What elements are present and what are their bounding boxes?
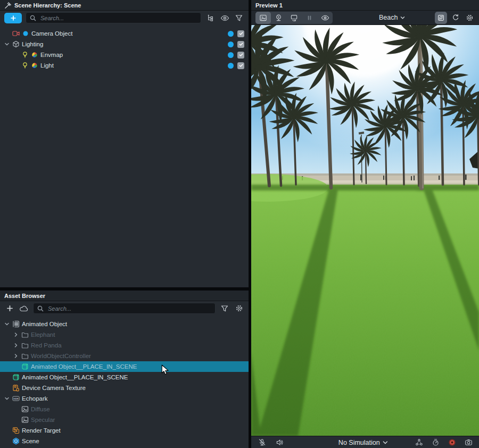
indent-spacer xyxy=(12,52,19,59)
visibility-checkbox[interactable] xyxy=(237,30,244,37)
indent-spacer xyxy=(12,417,19,424)
asset-browser-tree: Animated ObjectElephantRed PandaWorldObj… xyxy=(0,316,249,448)
chevron-down-icon[interactable] xyxy=(3,41,10,48)
chevron-right-icon[interactable] xyxy=(12,331,19,338)
asset-browser-toolbar xyxy=(0,301,249,316)
asset-item-specular[interactable]: Specular xyxy=(0,414,249,425)
row-controls xyxy=(228,41,244,48)
add-asset-button[interactable] xyxy=(4,303,15,314)
reset-preview-button[interactable] xyxy=(450,12,461,23)
asset-item-animated-object-place-in-scene[interactable]: Animated Object__PLACE_IN_SCENE xyxy=(0,372,249,383)
show-overlays-eye-button[interactable] xyxy=(317,12,333,24)
asset-item-diffuse[interactable]: Diffuse xyxy=(0,404,249,414)
simulation-dropdown[interactable]: No Simulation xyxy=(338,436,388,448)
render-target-icon xyxy=(12,427,20,434)
chevron-right-icon[interactable] xyxy=(12,342,19,349)
scene-item-envmap[interactable]: Envmap xyxy=(0,49,249,60)
preview-panel: Preview 1 Beach xyxy=(251,0,479,448)
filter-icon[interactable] xyxy=(234,13,244,23)
enabled-dot-toggle[interactable] xyxy=(228,63,234,69)
preview-viewport[interactable] xyxy=(251,25,479,436)
chevron-down-icon[interactable] xyxy=(3,395,10,402)
lens-studio-window: Scene Hierarchy: Scene Camera ObjectLigh… xyxy=(0,0,479,448)
asset-item-echopark[interactable]: HDREchopark xyxy=(0,393,249,404)
performance-timer-icon[interactable] xyxy=(430,437,441,448)
asset-item-label: Specular xyxy=(31,417,55,423)
visibility-checkbox[interactable] xyxy=(237,52,244,59)
microphone-muted-icon[interactable] xyxy=(257,437,267,448)
scene-search-box[interactable] xyxy=(26,12,201,23)
camera-icon xyxy=(12,30,20,37)
hierarchy-view-icon[interactable] xyxy=(205,13,216,23)
colorsphere-icon xyxy=(31,51,38,59)
left-column: Scene Hierarchy: Scene Camera ObjectLigh… xyxy=(0,0,249,448)
webcam-preview-mode-button[interactable] xyxy=(271,12,286,24)
chevron-down-icon xyxy=(383,439,388,446)
preview-toolbar: Beach xyxy=(251,11,479,25)
svg-text:HDR: HDR xyxy=(13,397,19,400)
scene-search-input[interactable] xyxy=(39,14,197,22)
scene-item-label: Light xyxy=(40,62,54,69)
asset-item-animated-object[interactable]: Animated Object xyxy=(0,319,249,329)
cube-outline-icon xyxy=(12,40,20,48)
chevron-down-icon xyxy=(400,14,405,21)
search-icon xyxy=(29,14,37,22)
gear-icon[interactable] xyxy=(234,303,244,314)
pause-button[interactable] xyxy=(302,12,317,24)
chevron-down-icon[interactable] xyxy=(3,321,10,328)
asset-item-worldobjectcontroller[interactable]: WorldObjectController xyxy=(0,351,249,361)
asset-item-render-target[interactable]: Render Target xyxy=(0,425,249,436)
row-controls xyxy=(228,52,244,59)
preview-title: Preview 1 xyxy=(255,2,283,9)
rotate-device-button[interactable] xyxy=(435,12,447,24)
indent-spacer xyxy=(3,30,10,37)
device-mirror-mode-button[interactable] xyxy=(286,12,302,24)
preview-settings-gear-icon[interactable] xyxy=(464,12,475,23)
cloud-assets-icon[interactable] xyxy=(19,303,29,314)
visibility-checkbox[interactable] xyxy=(237,62,244,69)
row-controls xyxy=(228,30,244,37)
snapshot-camera-icon[interactable] xyxy=(463,437,474,448)
asset-item-device-camera-texture[interactable]: Device Camera Texture xyxy=(0,383,249,393)
visibility-checkbox[interactable] xyxy=(237,41,244,48)
prefab-group-icon xyxy=(12,320,20,328)
eye-icon[interactable] xyxy=(219,13,230,23)
asset-item-label: WorldObjectController xyxy=(31,353,91,359)
enabled-dot-toggle[interactable] xyxy=(228,42,234,47)
connected-lenses-icon[interactable] xyxy=(414,437,424,448)
filter-icon[interactable] xyxy=(219,303,230,314)
asset-search-input[interactable] xyxy=(47,305,212,312)
asset-browser-header: Asset Browser xyxy=(0,291,249,301)
indent-spacer xyxy=(3,374,10,381)
speaker-icon[interactable] xyxy=(274,437,285,448)
add-object-button[interactable] xyxy=(4,13,22,23)
image-preview-mode-button[interactable] xyxy=(255,12,271,24)
preview-camera-dropdown[interactable]: Beach xyxy=(379,11,405,24)
asset-item-label: Scene xyxy=(22,438,39,444)
enabled-dot-toggle[interactable] xyxy=(228,52,234,58)
bulb-icon xyxy=(21,51,29,59)
dot-blue-icon xyxy=(22,30,29,37)
asset-browser-panel: Asset Browser Animated ObjectElephantRed… xyxy=(0,291,249,448)
search-icon xyxy=(37,305,44,312)
asset-search-box[interactable] xyxy=(33,303,216,314)
pin-icon[interactable] xyxy=(4,2,12,9)
image-icon xyxy=(21,405,29,413)
preview-image xyxy=(251,25,479,436)
asset-item-label: Elephant xyxy=(31,331,55,338)
preview-camera-dropdown-label: Beach xyxy=(379,14,398,21)
preview-right-tools xyxy=(435,12,475,24)
asset-item-label: Device Camera Texture xyxy=(22,385,86,391)
asset-item-animated-object-place-in-scene[interactable]: Animated Object__PLACE_IN_SCENE xyxy=(0,361,249,372)
scene-item-lighting[interactable]: Lighting xyxy=(0,39,249,49)
asset-item-red-panda[interactable]: Red Panda xyxy=(0,340,249,351)
chevron-right-icon[interactable] xyxy=(12,353,19,360)
asset-item-elephant[interactable]: Elephant xyxy=(0,329,249,340)
scene-item-light[interactable]: Light xyxy=(0,60,249,71)
indent-spacer xyxy=(3,427,10,434)
scene-item-camera-object[interactable]: Camera Object xyxy=(0,28,249,39)
scene-icon xyxy=(12,437,20,445)
record-button[interactable] xyxy=(447,437,457,448)
asset-item-scene[interactable]: Scene xyxy=(0,436,249,446)
enabled-dot-toggle[interactable] xyxy=(228,31,234,37)
